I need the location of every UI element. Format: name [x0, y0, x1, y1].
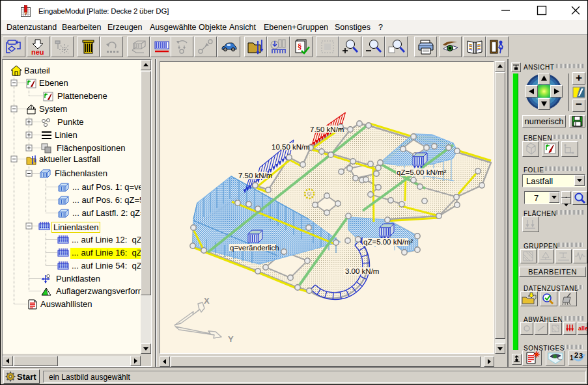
svg-text:qZ=5.00 kN/m²: qZ=5.00 kN/m²	[363, 238, 413, 246]
svg-text:X: X	[204, 296, 210, 306]
svg-text:3: 3	[579, 352, 583, 360]
svg-text:Y: Y	[228, 334, 234, 344]
svg-text:7.50 kN/m: 7.50 kN/m	[310, 126, 344, 133]
svg-text:q=veränderlich: q=veränderlich	[230, 244, 279, 252]
svg-text:qZ=5.00 kN/m²: qZ=5.00 kN/m²	[397, 168, 447, 176]
svg-text:neu: neu	[31, 48, 44, 56]
svg-text:7.50 kN/m: 7.50 kN/m	[238, 172, 272, 179]
svg-text:§: §	[298, 42, 302, 51]
svg-text:3.00 kN/m: 3.00 kN/m	[345, 267, 379, 275]
svg-text:10.50 kN/m: 10.50 kN/m	[272, 143, 310, 151]
svg-text:1: 1	[570, 354, 574, 362]
svg-text:2: 2	[574, 351, 578, 359]
